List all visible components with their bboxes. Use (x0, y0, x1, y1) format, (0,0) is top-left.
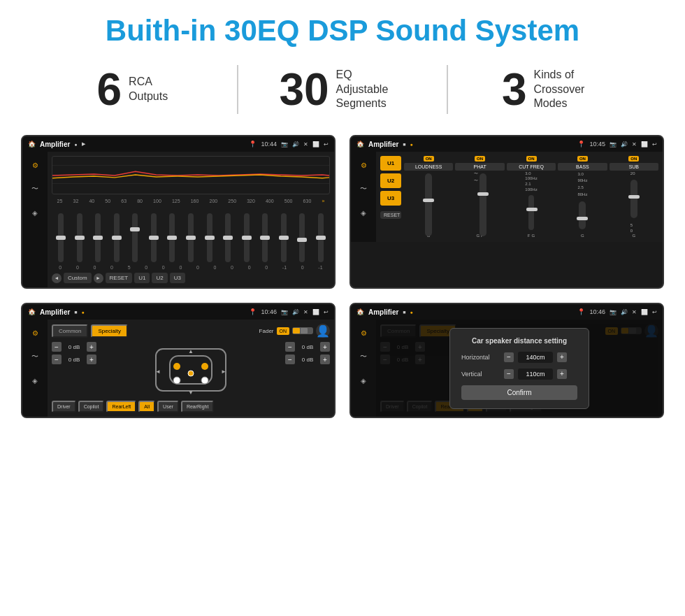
window-icon-4: ⬜ (641, 309, 648, 315)
eq-slider-13 (299, 213, 305, 262)
left-speaker-controls: − 0 dB + − 0 dB + (52, 342, 96, 364)
close-icon-1: ✕ (303, 141, 308, 148)
sidebar-speaker-icon-2[interactable]: ◈ (356, 205, 371, 220)
home-icon-4[interactable]: 🏠 (356, 308, 364, 315)
dialog-h-plus[interactable]: + (557, 352, 567, 362)
sub-on[interactable]: ON (628, 156, 639, 162)
close-icon-3: ✕ (303, 309, 308, 315)
tab-specialty[interactable]: Specialty (91, 324, 127, 338)
eq-next-btn[interactable]: ► (94, 273, 103, 283)
db-control-br: − 0 dB + (285, 354, 330, 364)
app-name-2: Amplifier (368, 141, 398, 148)
eq-slider-5 (151, 213, 157, 262)
btn-copilot[interactable]: Copilot (78, 401, 105, 413)
sidebar-eq-icon-4[interactable]: ⚙ (356, 325, 371, 341)
dot-icon-4: ■ (403, 310, 405, 315)
btn-rearleft[interactable]: RearLeft (106, 401, 136, 413)
loudness-on[interactable]: ON (424, 156, 434, 162)
db-plus-tl[interactable]: + (87, 342, 96, 352)
bottom-buttons-3: Driver Copilot RearLeft All User RearRig… (52, 401, 330, 413)
dot2-icon-3: ● (82, 310, 85, 315)
home-icon[interactable]: 🏠 (28, 141, 36, 148)
amp2-reset[interactable]: RESET (380, 211, 401, 219)
car-visual: ▲ ▼ ◄ ► (152, 342, 229, 398)
play-icon-1: ▶ (82, 141, 85, 147)
eq-slider-7 (188, 213, 194, 262)
eq-slider-2 (95, 213, 101, 262)
db-minus-br[interactable]: − (285, 354, 295, 364)
db-minus-bl[interactable]: − (52, 354, 62, 364)
sidebar-eq-icon-2[interactable]: ⚙ (356, 157, 371, 173)
sidebar-speaker-icon-4[interactable]: ◈ (356, 373, 371, 388)
sidebar-speaker-icon-3[interactable]: ◈ (27, 373, 43, 388)
channel-cutfreq: ON CUT FREQ 3.0 100Hz 2.1 100Hz (507, 156, 556, 238)
volume-icon-2: 🔊 (621, 141, 628, 148)
db-minus-tl[interactable]: − (52, 342, 62, 352)
dialog-v-plus[interactable]: + (557, 369, 567, 379)
dot-icon-2: ■ (403, 142, 405, 147)
bass-header: BASS (558, 163, 607, 171)
volume-icon-3: 🔊 (292, 309, 299, 315)
amp2-presets: U1 U2 U3 RESET (380, 156, 401, 238)
db-plus-bl[interactable]: + (87, 354, 96, 364)
eq-u1-btn[interactable]: U1 (134, 273, 150, 283)
db-control-tr: − 0 dB + (285, 342, 330, 352)
sidebar-wave-icon-4[interactable]: 〜 (356, 349, 371, 364)
eq-u3-btn[interactable]: U3 (170, 273, 185, 283)
preset-u1[interactable]: U1 (380, 156, 401, 171)
confirm-button[interactable]: Confirm (461, 385, 577, 400)
bass-slider[interactable] (579, 201, 586, 229)
preset-u2[interactable]: U2 (380, 173, 401, 188)
preset-u3[interactable]: U3 (380, 191, 401, 206)
sidebar-speaker-icon[interactable]: ◈ (27, 205, 43, 220)
tab-common[interactable]: Common (52, 324, 88, 338)
svg-point-7 (173, 377, 180, 384)
btn-all[interactable]: All (138, 401, 155, 413)
db-plus-br[interactable]: + (320, 354, 330, 364)
eq-reset-btn[interactable]: RESET (106, 273, 133, 283)
btn-rearright[interactable]: RearRight (181, 401, 215, 413)
status-bar-1: 🏠 Amplifier ● ▶ 📍 10:44 📷 🔊 ✕ ⬜ ↩ (22, 136, 334, 152)
crossover-main-content: Common Specialty Fader ON 👤 (48, 320, 334, 417)
sidebar-wave-icon-2[interactable]: 〜 (356, 181, 371, 196)
db-plus-tr[interactable]: + (320, 342, 330, 352)
cutfreq-on[interactable]: ON (526, 156, 537, 162)
eq-slider-3 (114, 213, 120, 262)
bass-on[interactable]: ON (577, 156, 588, 162)
volume-icon-1: 🔊 (292, 141, 299, 148)
sub-slider[interactable] (630, 180, 637, 218)
eq-slider-9 (225, 213, 231, 262)
channel-loudness: ON LOUDNESS G (404, 156, 453, 238)
stat-rca-number: 6 (97, 67, 122, 112)
btn-driver[interactable]: Driver (52, 401, 76, 413)
btn-user[interactable]: User (157, 401, 179, 413)
phat-on[interactable]: ON (475, 156, 485, 162)
eq-main-content: 253240506380100125160200250320400500630 … (48, 152, 334, 287)
phat-slider[interactable] (480, 173, 486, 236)
sidebar-wave-icon-3[interactable]: 〜 (27, 349, 43, 364)
eq-prev-btn[interactable]: ◄ (52, 273, 62, 283)
sidebar-eq-icon-3[interactable]: ⚙ (27, 325, 43, 341)
dialog-h-minus[interactable]: − (504, 352, 514, 362)
dialog-v-minus[interactable]: − (504, 369, 514, 379)
fader-on-toggle[interactable]: ON (277, 327, 290, 335)
app-name-3: Amplifier (40, 308, 70, 316)
distance-dialog: Car speaker distance setting Horizontal … (449, 328, 589, 409)
eq-u2-btn[interactable]: U2 (152, 273, 167, 283)
screen-body-2: ⚙ 〜 ◈ U1 U2 U3 RESET ON (351, 152, 663, 242)
home-icon-3[interactable]: 🏠 (28, 308, 36, 315)
home-icon-2[interactable]: 🏠 (356, 141, 364, 148)
eq-slider-6 (169, 213, 175, 262)
sidebar-eq-icon[interactable]: ⚙ (27, 157, 43, 173)
status-bar-4: 🏠 Amplifier ■ ● 📍 10:46 📷 🔊 ✕ ⬜ ↩ (351, 304, 663, 320)
profile-icon-3[interactable]: 👤 (316, 324, 330, 338)
db-minus-tr[interactable]: − (285, 342, 295, 352)
eq-slider-8 (207, 213, 212, 262)
window-icon-2: ⬜ (641, 141, 648, 148)
db-value-bl: 0 dB (64, 357, 85, 363)
screen-distance: 🏠 Amplifier ■ ● 📍 10:46 📷 🔊 ✕ ⬜ ↩ ⚙ 〜 ◈ (349, 303, 664, 418)
cutfreq-slider[interactable] (528, 195, 534, 230)
crossover-top: Common Specialty Fader ON 👤 (52, 324, 330, 338)
sidebar-wave-icon[interactable]: 〜 (27, 181, 43, 196)
loudness-slider[interactable] (425, 173, 432, 236)
